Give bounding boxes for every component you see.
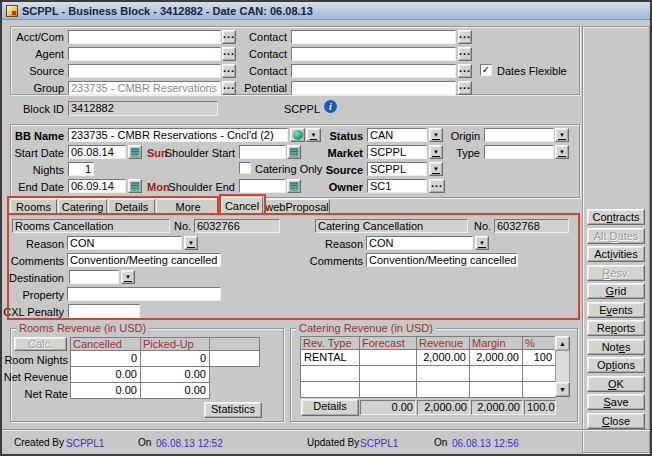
resv-button[interactable]: Resv.: [587, 265, 645, 281]
owner-lov-button[interactable]: ...: [429, 179, 445, 193]
net-rate-cancelled: 0.00: [70, 382, 141, 399]
property-field[interactable]: [67, 287, 221, 301]
contact3-field[interactable]: [291, 64, 456, 78]
alt-dates-button[interactable]: Alt Dates: [587, 228, 645, 244]
grid-button[interactable]: Grid: [587, 283, 645, 299]
button-label: rid: [614, 285, 626, 297]
nights-label: Nights: [2, 164, 64, 176]
col-percent-header: %: [522, 336, 556, 350]
tab-webproposal[interactable]: webProposal: [264, 199, 330, 214]
button-hotkey: C: [602, 415, 610, 427]
button-label: vities: [613, 248, 638, 260]
status-field[interactable]: CAN: [367, 128, 427, 142]
agent-field[interactable]: [68, 47, 221, 61]
origin-field[interactable]: [484, 128, 554, 142]
origin-dropdown-button[interactable]: ▼: [555, 128, 569, 142]
rooms-reason-dropdown-button[interactable]: ▼: [184, 236, 198, 250]
button-label: esv.: [610, 267, 629, 279]
type-field[interactable]: [484, 145, 554, 159]
col-picked-up-header: Picked-Up: [140, 337, 210, 351]
end-date-calendar-button[interactable]: ▦: [128, 179, 142, 193]
rooms-comments-field[interactable]: Convention/Meeting cancelled: [67, 253, 221, 267]
created-by-label: Created By: [14, 437, 64, 448]
scrollbar-track[interactable]: [555, 350, 570, 383]
net-rate-label: Net Rate: [2, 388, 68, 400]
button-hotkey: S: [603, 396, 610, 408]
details-button[interactable]: Details: [301, 399, 359, 416]
type-dropdown-button[interactable]: ▼: [555, 145, 569, 159]
status-label: Status: [282, 130, 363, 142]
empty-row-cell: [522, 365, 556, 382]
source-field[interactable]: [68, 64, 221, 78]
end-date-field[interactable]: 06.09.14: [68, 179, 126, 193]
tab-cancel[interactable]: Cancel: [221, 197, 263, 215]
app-icon: [6, 5, 18, 17]
acct-com-field[interactable]: [68, 30, 221, 44]
contact1-field[interactable]: [291, 30, 456, 44]
destination-dropdown-button[interactable]: ▼: [121, 270, 135, 284]
rooms-revenue-title: Rooms Revenue (in USD): [16, 322, 149, 334]
ok-button[interactable]: OK: [587, 376, 645, 392]
rooms-cancellation-title-field: Rooms Cancellation: [12, 219, 170, 233]
dates-flexible-checkbox[interactable]: ✓: [480, 64, 492, 76]
cxl-penalty-field[interactable]: [68, 304, 140, 318]
empty-row-cell: [469, 365, 523, 382]
save-button[interactable]: Save: [587, 394, 645, 410]
contact1-lov-button[interactable]: ...: [458, 30, 472, 44]
col-rev-type-header: Rev. Type: [300, 336, 360, 350]
info-icon[interactable]: i: [324, 100, 337, 113]
notes-button[interactable]: Notes: [587, 339, 645, 355]
catering-only-checkbox[interactable]: [239, 162, 251, 174]
dates-flexible-label: Dates Flexible: [497, 65, 567, 77]
potential-field[interactable]: [291, 81, 456, 95]
dropdown-arrow-icon: ▼: [478, 240, 486, 248]
shoulder-end-field[interactable]: [239, 179, 286, 193]
scroll-up-button[interactable]: ▲: [555, 336, 570, 351]
market-field[interactable]: SCPPL: [367, 145, 427, 159]
owner-field[interactable]: SC1: [367, 179, 427, 193]
statistics-button[interactable]: Statistics: [204, 402, 262, 418]
start-date-calendar-button[interactable]: ▦: [128, 145, 142, 159]
options-button[interactable]: Options: [587, 357, 645, 373]
dropdown-arrow-icon: ▼: [432, 166, 440, 174]
scroll-down-button[interactable]: ▼: [555, 382, 570, 397]
col-forecast-header: Forecast: [359, 336, 417, 350]
potential-lov-button[interactable]: ...: [458, 81, 472, 95]
updated-by-label: Updated By: [307, 437, 359, 448]
calc-button[interactable]: Calc.: [14, 337, 67, 351]
start-date-field[interactable]: 06.08.14: [68, 145, 126, 159]
tab-catering[interactable]: Catering: [58, 199, 107, 214]
source2-dropdown-button[interactable]: ▼: [429, 162, 443, 176]
catering-comments-label: Comments: [302, 255, 363, 267]
footer-divider: [2, 429, 650, 431]
catering-reason-field[interactable]: CON: [366, 236, 473, 250]
contact2-lov-button[interactable]: ...: [458, 47, 472, 61]
tab-more[interactable]: More: [156, 199, 220, 214]
empty-row-cell: [359, 381, 417, 398]
net-revenue-label: Net Revenue: [2, 371, 68, 383]
block-id-field: 3412882: [68, 101, 218, 116]
end-date-label: End Date: [2, 181, 64, 193]
tab-details[interactable]: Details: [108, 199, 155, 214]
contact3-lov-button[interactable]: ...: [458, 64, 472, 78]
market-label: Market: [282, 147, 363, 159]
updated-on-label: On: [434, 437, 447, 448]
shoulder-start-field[interactable]: [239, 145, 286, 159]
contact2-field[interactable]: [291, 47, 456, 61]
net-revenue-picked-up: 0.00: [140, 366, 210, 383]
close-button[interactable]: Close: [587, 413, 645, 429]
activities-button[interactable]: Activities: [587, 246, 645, 262]
reports-button[interactable]: Reports: [587, 320, 645, 336]
nights-field[interactable]: 1: [68, 162, 94, 176]
group-field[interactable]: 233735 - CMBR Reservations - Cncl'd: [68, 81, 221, 95]
rooms-reason-field[interactable]: CON: [67, 236, 182, 250]
bb-name-field[interactable]: 233735 - CMBR Reservations - Cncl'd (2): [68, 128, 288, 142]
catering-reason-dropdown-button[interactable]: ▼: [475, 236, 489, 250]
destination-field[interactable]: [69, 270, 119, 284]
catering-comments-field[interactable]: Convention/Meeting cancelled: [366, 253, 518, 267]
events-button[interactable]: Events: [587, 302, 645, 318]
tab-rooms[interactable]: Rooms: [10, 199, 57, 214]
source2-field[interactable]: SCPPL: [367, 162, 427, 176]
contracts-button[interactable]: Contracts: [587, 209, 645, 225]
agent-label: Agent: [2, 48, 64, 60]
